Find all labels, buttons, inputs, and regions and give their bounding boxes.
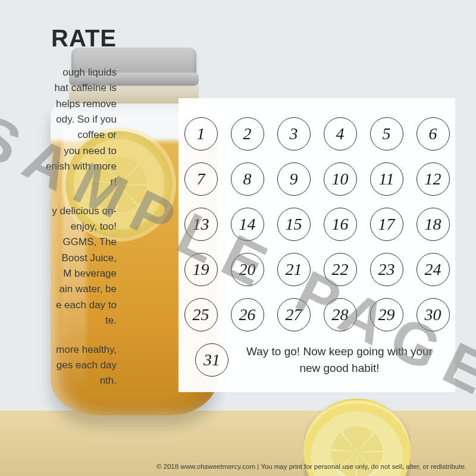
day-circle-22[interactable]: 22 — [324, 253, 357, 286]
day-circle-1[interactable]: 1 — [184, 117, 218, 151]
day-number: 25 — [193, 305, 209, 324]
day-number: 23 — [378, 260, 395, 279]
day-circle-19[interactable]: 19 — [184, 253, 218, 286]
day-circle-2[interactable]: 2 — [231, 117, 264, 151]
body-copy: RATE ough liquidshat caffeine ishelps re… — [0, 25, 119, 402]
page-title-fragment: RATE — [0, 25, 117, 52]
day-circle-16[interactable]: 16 — [324, 208, 357, 241]
copyright-footer: © 2018 www.ohsweetmercy.com | You may pr… — [156, 463, 466, 470]
day-number: 5 — [383, 124, 391, 143]
day-number: 13 — [193, 215, 209, 234]
day-circle-11[interactable]: 11 — [370, 162, 403, 196]
day-number: 27 — [286, 305, 302, 324]
day-circle-26[interactable]: 26 — [231, 298, 264, 331]
paragraph-1: ough liquidshat caffeine ishelps removeo… — [0, 65, 117, 190]
day-number: 7 — [197, 170, 205, 189]
day-number: 20 — [239, 260, 256, 279]
day-circle-18[interactable]: 18 — [416, 208, 450, 241]
day-number: 30 — [425, 305, 441, 324]
day-circle-17[interactable]: 17 — [370, 208, 403, 241]
paragraph-2: y delicious on-enjoy, too!GGMS, TheBoost… — [0, 203, 117, 329]
day-circle-3[interactable]: 3 — [277, 117, 311, 151]
day-number: 4 — [336, 124, 345, 143]
day-number: 15 — [286, 215, 302, 234]
paragraph-3: more healthy,ges each daynth. — [0, 342, 117, 389]
day-circle-25[interactable]: 25 — [184, 298, 218, 331]
day-circle-6[interactable]: 6 — [416, 117, 450, 151]
day-number: 17 — [378, 215, 395, 234]
day-circle-31[interactable]: 31 — [195, 343, 228, 377]
day-circle-23[interactable]: 23 — [370, 253, 403, 286]
day-number: 28 — [332, 305, 349, 324]
day-number: 19 — [193, 260, 209, 279]
day-number: 26 — [239, 305, 256, 324]
day-number: 11 — [379, 170, 394, 189]
day-number-grid: 1234567891011121314151617181920212223242… — [195, 117, 439, 331]
day-number: 3 — [290, 124, 298, 143]
day-number: 22 — [332, 260, 349, 279]
day-circle-30[interactable]: 30 — [416, 298, 450, 331]
day-circle-29[interactable]: 29 — [370, 298, 403, 331]
day-number: 6 — [429, 124, 437, 143]
day-number: 2 — [243, 124, 252, 143]
day-circle-15[interactable]: 15 — [277, 208, 311, 241]
day-number: 1 — [197, 124, 205, 143]
day-circle-21[interactable]: 21 — [277, 253, 311, 286]
day-number: 29 — [378, 305, 395, 324]
day-number: 16 — [332, 215, 349, 234]
day-circle-24[interactable]: 24 — [416, 253, 450, 286]
day-number: 9 — [290, 170, 298, 189]
day-circle-9[interactable]: 9 — [277, 162, 311, 196]
day-circle-14[interactable]: 14 — [231, 208, 264, 241]
day-number: 31 — [203, 350, 220, 369]
habit-tracker-card: 1234567891011121314151617181920212223242… — [178, 98, 455, 392]
day-number: 18 — [425, 215, 441, 234]
tracker-last-row: 31 Way to go! Now keep going with your n… — [195, 343, 439, 377]
day-number: 24 — [425, 260, 441, 279]
day-circle-12[interactable]: 12 — [416, 162, 450, 196]
day-number: 12 — [425, 170, 441, 189]
day-circle-13[interactable]: 13 — [184, 208, 218, 241]
day-circle-28[interactable]: 28 — [324, 298, 357, 331]
day-circle-20[interactable]: 20 — [231, 253, 264, 286]
day-number: 21 — [286, 260, 302, 279]
congrats-message: Way to go! Now keep going with your new … — [240, 343, 439, 376]
day-number: 14 — [239, 215, 256, 234]
day-circle-8[interactable]: 8 — [231, 162, 264, 196]
day-circle-10[interactable]: 10 — [324, 162, 357, 196]
day-number: 10 — [332, 170, 349, 189]
day-circle-27[interactable]: 27 — [277, 298, 311, 331]
day-number: 8 — [243, 170, 252, 189]
day-circle-5[interactable]: 5 — [370, 117, 403, 151]
day-circle-4[interactable]: 4 — [324, 117, 357, 151]
day-circle-7[interactable]: 7 — [184, 162, 218, 196]
page: RATE ough liquidshat caffeine ishelps re… — [0, 0, 476, 476]
